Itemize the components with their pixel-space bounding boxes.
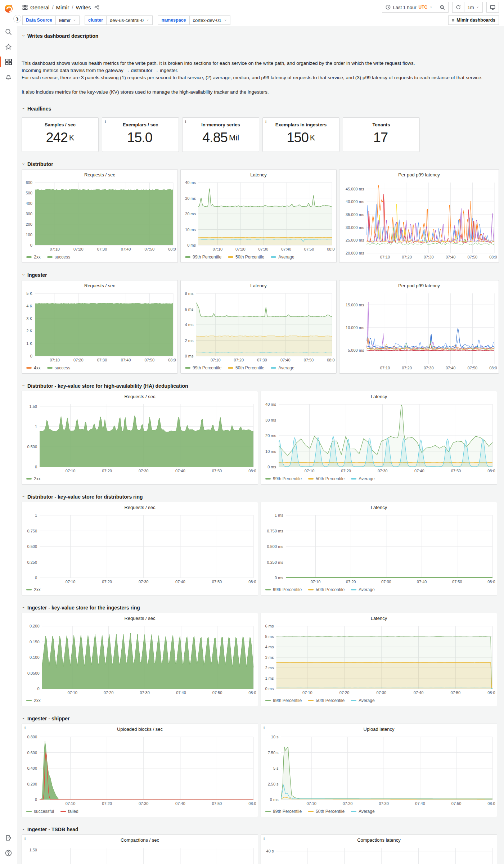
chart-plot-area[interactable]: 0 ms2 ms4 ms6 ms8 ms07:1007:2007:3007:40…	[182, 291, 335, 363]
panel-title[interactable]: Latency	[181, 280, 336, 291]
share-icon[interactable]	[94, 5, 99, 10]
chart-plot-area[interactable]: 00.05000.1000.1500.20007:1007:2007:3007:…	[23, 623, 256, 696]
chart-plot-area[interactable]: 5.000 ms10.000 ms15.000 ms07:1007:2007:3…	[341, 291, 497, 371]
info-icon[interactable]: i	[105, 119, 106, 123]
sidebar-item-starred[interactable]	[0, 39, 17, 54]
refresh-interval-select[interactable]: 1m ⌄	[464, 2, 483, 13]
mimir-dashboards-button[interactable]: ≡ Mimir dashboards	[448, 15, 499, 25]
legend-item[interactable]: 99th Percentile	[265, 476, 302, 481]
legend-item[interactable]: 99th Percentile	[185, 365, 221, 370]
chart-plot-area[interactable]: 00.2500.5000.750107:1007:2007:3007:4007:…	[23, 512, 256, 585]
stat-title[interactable]: Tenants	[373, 122, 390, 127]
panel-title[interactable]: Requests / sec	[22, 391, 258, 401]
legend-item[interactable]: 99th Percentile	[185, 255, 221, 260]
chart-plot-area[interactable]: 00.50011.5007:1007:2007:3007:4007:5008:0…	[23, 401, 256, 474]
legend-item[interactable]: Average	[271, 365, 294, 370]
kiosk-mode-button[interactable]	[486, 2, 499, 13]
panel-title[interactable]: Compactions latency	[261, 835, 497, 845]
legend-item[interactable]: 2xx	[26, 587, 41, 592]
section-header-ingester[interactable]: ⌄Ingester	[22, 271, 499, 279]
section-header-headlines[interactable]: ⌄ Headlines	[22, 104, 499, 113]
legend-item[interactable]: Average	[351, 587, 374, 592]
info-icon[interactable]: i	[264, 725, 265, 730]
legend-item[interactable]: 2xx	[26, 476, 41, 481]
variable-select-namespace[interactable]: cortex-dev-01 ⌄	[189, 15, 231, 25]
legend-item[interactable]: 50th Percentile	[308, 809, 345, 814]
legend-item[interactable]: success	[47, 255, 70, 260]
panel-title[interactable]: Latency	[261, 502, 497, 512]
panel-title[interactable]: Requests / sec	[22, 170, 177, 180]
panel-title[interactable]: Latency	[261, 391, 497, 401]
legend-item[interactable]: Average	[351, 698, 374, 703]
sidebar-item-search[interactable]	[0, 24, 17, 39]
chart-plot-area[interactable]: 20.000 ms25.000 ms30.000 ms35.000 ms40.0…	[341, 180, 497, 260]
panel-title[interactable]: Requests / sec	[22, 280, 177, 291]
zoom-out-button[interactable]	[436, 2, 449, 13]
stat-title[interactable]: Exemplars in ingesters	[275, 122, 327, 127]
panel-title[interactable]: Requests / sec	[22, 613, 258, 623]
legend-item[interactable]: 2xx	[26, 698, 41, 703]
breadcrumb-folder[interactable]: General	[30, 4, 49, 10]
breadcrumb-dashboard[interactable]: Mimir	[56, 4, 69, 10]
legend-item[interactable]: Average	[351, 476, 374, 481]
legend-item[interactable]: 99th Percentile	[265, 698, 302, 703]
legend-item[interactable]: 50th Percentile	[308, 476, 345, 481]
legend-item[interactable]: 50th Percentile	[308, 698, 345, 703]
sidebar-item-dashboards[interactable]	[0, 54, 17, 69]
panel-title[interactable]: Per pod p99 latency	[339, 170, 499, 180]
chart-plot-area[interactable]: 00.2000.4000.6000.80007:1007:2007:3007:4…	[23, 734, 256, 807]
chart-plot-area[interactable]: 0 ms1 ms2 ms3 ms4 ms5 ms6 ms07:1007:2007…	[262, 623, 495, 696]
legend-item[interactable]: Average	[271, 255, 294, 260]
panel-title[interactable]: Upload latency	[261, 724, 497, 734]
info-icon[interactable]: i	[265, 119, 266, 123]
panel-title[interactable]: Latency	[181, 170, 336, 180]
refresh-button[interactable]	[452, 2, 464, 13]
variable-select-cluster[interactable]: dev-us-central-0 ⌄	[106, 15, 153, 25]
section-header-ha-dedupe[interactable]: ⌄Distributor - key-value store for high-…	[22, 382, 499, 390]
panel-title[interactable]: Uploaded blocks / sec	[22, 724, 258, 734]
legend-item[interactable]: successful	[26, 809, 54, 814]
panel-title[interactable]: Requests / sec	[22, 502, 258, 512]
stat-title[interactable]: Exemplars / sec	[123, 122, 158, 127]
panel-title[interactable]: Compactions / sec	[22, 835, 258, 845]
legend-item[interactable]: failed	[60, 809, 78, 814]
info-icon[interactable]: i	[264, 836, 265, 841]
legend-item[interactable]: success	[47, 365, 70, 370]
sidebar-item-help[interactable]	[0, 845, 17, 860]
info-icon[interactable]: i	[24, 836, 26, 841]
panel-title[interactable]: Per pod p99 latency	[339, 280, 499, 291]
legend-item[interactable]: Average	[351, 809, 374, 814]
chart-plot-area[interactable]: 0 s10 s20 s30 s40 s07:1007:2007:3007:400…	[262, 845, 495, 864]
grafana-logo[interactable]	[3, 3, 14, 14]
time-range-picker[interactable]: Last 1 hour UTC ⌄	[382, 2, 436, 13]
sidebar-expand-button[interactable]: ❯	[13, 15, 21, 23]
section-header-distributors-ring[interactable]: ⌄Distributor - key-value store for distr…	[22, 492, 499, 501]
info-icon[interactable]: i	[24, 725, 26, 730]
chart-plot-area[interactable]: 00.50011.5007:1007:2007:3007:4007:5008:0…	[23, 845, 256, 864]
chart-plot-area[interactable]: 0 ms2.50 s5 s7.50 s10 s07:1007:2007:3007…	[262, 734, 495, 807]
legend-item[interactable]: 2xx	[26, 255, 41, 260]
section-header-ingesters-ring[interactable]: ⌄Ingester - key-value store for the inge…	[22, 603, 499, 612]
legend-item[interactable]: 99th Percentile	[265, 587, 302, 592]
chart-plot-area[interactable]: 0 ms0.250 ms0.500 ms0.750 ms1 ms07:1007:…	[262, 512, 495, 585]
legend-item[interactable]: 50th Percentile	[308, 587, 345, 592]
chart-plot-area[interactable]: 010020030040050060007:1007:2007:3007:400…	[23, 180, 176, 252]
chart-plot-area[interactable]: 0 ms10 ms20 ms30 ms40 ms07:1007:2007:300…	[262, 401, 495, 474]
info-icon[interactable]: i	[185, 119, 186, 123]
stat-title[interactable]: Samples / sec	[45, 122, 76, 127]
section-header-distributor[interactable]: ⌄Distributor	[22, 160, 499, 168]
legend-item[interactable]: 4xx	[26, 365, 41, 370]
section-header-shipper[interactable]: ⌄Ingester - shipper	[22, 714, 499, 723]
legend-item[interactable]: 50th Percentile	[228, 255, 264, 260]
breadcrumb-page[interactable]: Writes	[76, 4, 91, 10]
chart-plot-area[interactable]: 01 K2 K3 K4 K5 K07:1007:2007:3007:4007:5…	[23, 291, 176, 363]
sidebar-item-sign-in[interactable]	[0, 830, 17, 845]
legend-item[interactable]: 99th Percentile	[265, 809, 302, 814]
stat-title[interactable]: In-memory series	[201, 122, 240, 127]
section-header-tsdb-head[interactable]: ⌄Ingester - TSDB head	[22, 825, 499, 834]
section-header-description[interactable]: ⌄ Writes dashboard description	[22, 32, 499, 40]
sidebar-item-alerting[interactable]	[0, 69, 17, 85]
chart-plot-area[interactable]: 0 ms10 ms20 ms30 ms40 ms07:1007:2007:300…	[182, 180, 335, 252]
panel-title[interactable]: Latency	[261, 613, 497, 623]
legend-item[interactable]: 50th Percentile	[228, 365, 264, 370]
